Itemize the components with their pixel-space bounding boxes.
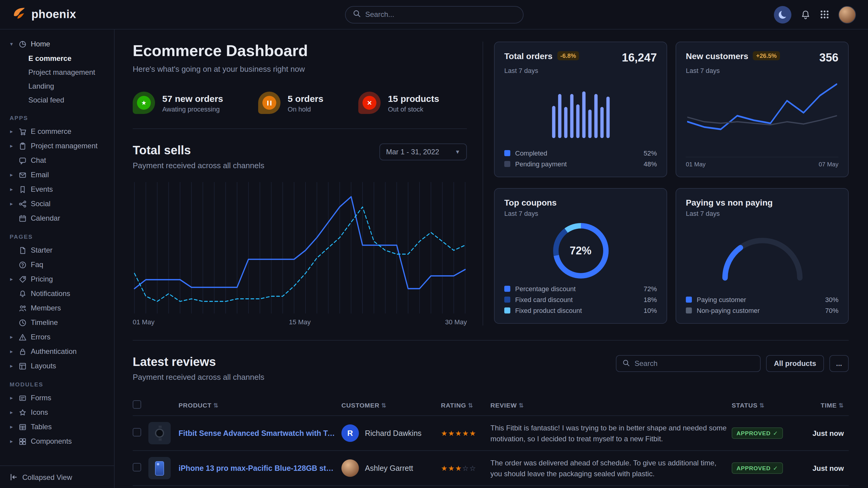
reviews-table: PRODUCT⇅ CUSTOMER⇅ RATING⇅ REVIEW⇅ STATU… xyxy=(133,395,849,485)
sidebar-item-starter[interactable]: Starter xyxy=(8,243,109,257)
chevron-right-icon: ▸ xyxy=(8,201,14,207)
bookmark-icon xyxy=(18,185,27,194)
dashboard-top-section: Ecommerce Dashboard Here's what's going … xyxy=(133,42,849,340)
tag-icon xyxy=(18,274,27,284)
sort-icon: ⇅ xyxy=(213,402,219,409)
column-rating[interactable]: RATING⇅ xyxy=(441,395,490,416)
sort-icon: ⇅ xyxy=(519,402,524,409)
theme-toggle-button[interactable] xyxy=(774,6,792,23)
new-customers-line-chart xyxy=(686,74,838,154)
sidebar-item-landing[interactable]: Landing xyxy=(8,79,109,93)
sidebar-item-calendar[interactable]: Calendar xyxy=(8,211,109,225)
customer-cell[interactable]: R Richard Dawkins xyxy=(341,424,436,442)
sort-icon: ⇅ xyxy=(381,402,386,409)
legend-nonpaying-customer: Non-paying customer 70% xyxy=(686,306,838,314)
all-products-button[interactable]: All products xyxy=(766,355,824,372)
bell-icon xyxy=(801,9,811,20)
sidebar-item-home[interactable]: ▾ Home xyxy=(8,37,109,51)
product-link[interactable]: iPhone 13 pro max-Pacific Blue-128GB sto… xyxy=(179,464,337,472)
more-options-button[interactable]: ... xyxy=(829,355,849,372)
sidebar-item-components[interactable]: ▸ Components xyxy=(8,434,109,449)
top-coupons-donut-chart: 72% xyxy=(553,223,608,279)
table-header-row: PRODUCT⇅ CUSTOMER⇅ RATING⇅ REVIEW⇅ STATU… xyxy=(133,395,849,416)
sidebar-item-errors[interactable]: ▸ Errors xyxy=(8,330,109,344)
brand[interactable]: phoenix xyxy=(12,6,76,23)
total-orders-value: 16,247 xyxy=(622,51,657,65)
sidebar-item-tables[interactable]: ▸ Tables xyxy=(8,420,109,434)
collapse-left-icon xyxy=(10,473,18,481)
sidebar-item-timeline[interactable]: Timeline xyxy=(8,315,109,330)
form-input-icon xyxy=(18,393,27,402)
grid-icon xyxy=(820,10,829,19)
global-search[interactable] xyxy=(345,6,523,23)
sidebar-item-email[interactable]: ▸ Email xyxy=(8,168,109,182)
row-checkbox[interactable] xyxy=(133,463,141,471)
sidebar-item-members[interactable]: Members xyxy=(8,301,109,315)
user-avatar[interactable] xyxy=(838,6,856,23)
apps-grid-button[interactable] xyxy=(820,10,829,19)
sidebar-item-forms[interactable]: ▸ Forms xyxy=(8,391,109,405)
app-root: phoenix xyxy=(0,0,868,488)
notifications-button[interactable] xyxy=(801,9,811,20)
reviews-search-input[interactable] xyxy=(634,359,754,368)
select-all-checkbox[interactable] xyxy=(133,400,141,409)
paying-gauge-chart xyxy=(714,231,810,282)
sidebar-item-ecommerce-app[interactable]: ▸ E commerce xyxy=(8,124,109,139)
sidebar-item-label: Home xyxy=(31,40,50,48)
chevron-right-icon: ▸ xyxy=(8,424,14,430)
sidebar-item-social-feed[interactable]: Social feed xyxy=(8,93,109,107)
sidebar-item-icons[interactable]: ▸ Icons xyxy=(8,405,109,420)
sidebar-item-social[interactable]: ▸ Social xyxy=(8,197,109,211)
avatar: R xyxy=(341,424,359,442)
product-thumbnail-phone xyxy=(148,457,171,479)
chevron-down-icon: ▼ xyxy=(455,149,460,155)
customer-cell[interactable]: Ashley Garrett xyxy=(341,459,436,477)
phoenix-logo-icon xyxy=(12,6,27,23)
new-customers-card: New customers +26.5% 356 Last 7 days 01 … xyxy=(676,42,849,177)
paying-vs-nonpaying-card: Paying vs non paying Last 7 days Paying … xyxy=(676,188,849,323)
sidebar: ▾ Home E commerce Project management Lan… xyxy=(0,30,115,488)
sidebar-item-layouts[interactable]: ▸ Layouts xyxy=(8,359,109,373)
reviews-search[interactable] xyxy=(616,355,761,372)
sidebar-item-events[interactable]: ▸ Events xyxy=(8,182,109,197)
table-row-partial xyxy=(133,485,849,488)
sidebar-item-project-management-app[interactable]: ▸ Project management xyxy=(8,139,109,153)
column-customer[interactable]: CUSTOMER⇅ xyxy=(341,395,441,416)
row-checkbox[interactable] xyxy=(133,428,141,436)
moon-icon xyxy=(779,10,786,19)
column-review[interactable]: REVIEW⇅ xyxy=(490,395,732,416)
legend-swatch xyxy=(504,161,510,167)
product-thumbnail-watch xyxy=(148,422,171,444)
sidebar-section-modules: MODULES xyxy=(10,381,109,388)
sidebar-item-pricing[interactable]: ▸ Pricing xyxy=(8,272,109,286)
date-range-select[interactable]: Mar 1 - 31, 2022 ▼ xyxy=(379,143,467,160)
sidebar-item-ecommerce-dashboard[interactable]: E commerce xyxy=(8,51,109,65)
stat-out-of-stock: × 15 products Out of stock xyxy=(358,92,439,114)
latest-reviews-subtitle: Payment received across all channels xyxy=(133,372,264,382)
sidebar-item-project-management-dashboard[interactable]: Project management xyxy=(8,65,109,79)
column-time[interactable]: TIME⇅ xyxy=(803,395,849,416)
rating-stars: ★★★★★ xyxy=(441,429,476,437)
sidebar-item-faq[interactable]: Faq xyxy=(8,257,109,272)
sidebar-item-authentication[interactable]: ▸ Authentication xyxy=(8,344,109,359)
chevron-right-icon: ▸ xyxy=(8,334,14,340)
sidebar-item-notifications[interactable]: Notifications xyxy=(8,286,109,301)
legend-swatch xyxy=(686,307,692,313)
stats-row: ★ 57 new orders Awating processing 5 ord… xyxy=(133,92,467,129)
stat-orders-on-hold: 5 orders On hold xyxy=(258,92,323,114)
column-product[interactable]: PRODUCT⇅ xyxy=(148,395,341,416)
collapsed-view-toggle[interactable]: Collapsed View xyxy=(0,465,114,488)
product-link[interactable]: Fitbit Sense Advanced Smartwatch with To… xyxy=(179,429,337,437)
navbar-actions xyxy=(774,6,856,23)
chevron-right-icon: ▸ xyxy=(8,186,14,192)
chevron-right-icon: ▸ xyxy=(8,349,14,355)
chevron-right-icon: ▸ xyxy=(8,438,14,444)
column-status[interactable]: STATUS⇅ xyxy=(732,395,803,416)
main-content: Ecommerce Dashboard Here's what's going … xyxy=(115,30,868,488)
review-text: This Fitbit is fantastic! I was trying t… xyxy=(490,422,727,444)
global-search-input[interactable] xyxy=(365,10,516,19)
chevron-right-icon: ▸ xyxy=(8,395,14,401)
legend-swatch xyxy=(686,296,692,302)
envelope-icon xyxy=(18,170,27,180)
sidebar-item-chat[interactable]: Chat xyxy=(8,153,109,168)
